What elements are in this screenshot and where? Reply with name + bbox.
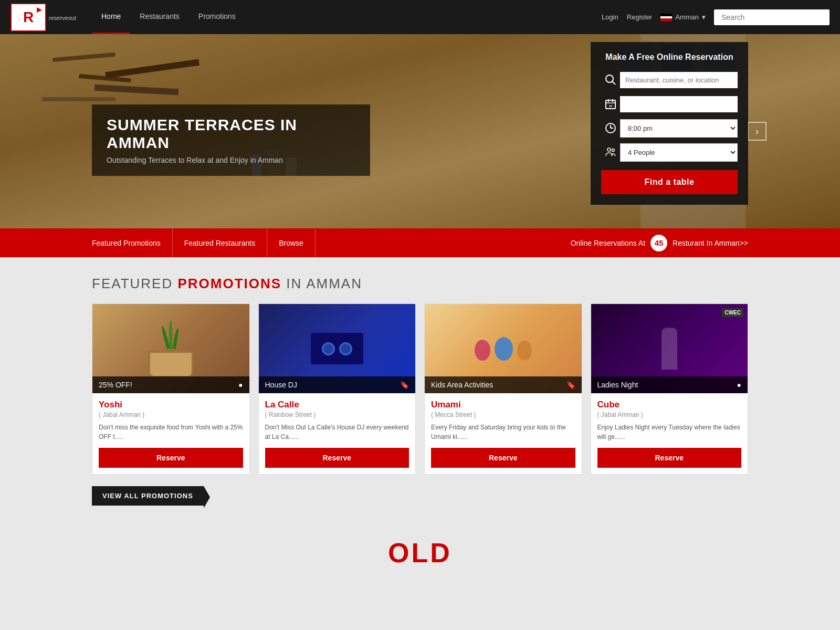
cube-location: ( Jabal Amman ) (597, 411, 742, 418)
lacalle-name: La Calle (265, 400, 410, 410)
people-icon (601, 143, 620, 162)
city-label: Amman (675, 13, 699, 21)
lacalle-bookmark-icon[interactable]: 🔖 (400, 381, 409, 389)
date-field: 23 Mon 07, 10 2013 (601, 94, 738, 113)
search-input[interactable] (714, 9, 830, 25)
login-link[interactable]: Login (602, 13, 618, 21)
heading-featured: FEATURED (92, 276, 173, 291)
old-label: OLD (0, 537, 840, 569)
view-all-label: VIEW ALL PROMOTIONS (102, 492, 193, 500)
find-table-button[interactable]: Find a table (601, 170, 738, 194)
flag-icon (660, 14, 672, 21)
promo-card-umami: Kids Area Activities 🔖 Umami ( Mecca Str… (424, 303, 582, 475)
red-bar-right: Online Reservations At 45 Resturant In A… (571, 235, 748, 251)
yoshi-badge: 25% OFF! ● (92, 376, 249, 393)
svg-point-1 (606, 75, 613, 82)
hero-text-block: SUMMER TERRACES IN AMMAN Outstanding Ter… (92, 104, 370, 176)
lacalle-badge: House DJ 🔖 (259, 376, 416, 393)
yoshi-reserve-button[interactable]: Reserve (99, 448, 243, 468)
yoshi-badge-text: 25% OFF! (99, 381, 132, 389)
umami-desc: Every Friday and Saturday bring your kid… (431, 423, 575, 442)
svg-point-11 (607, 148, 611, 151)
cube-card-image: CWEC Ladies Night ● (591, 304, 748, 393)
reservation-box: Make A Free Online Reservation 23 (591, 42, 748, 205)
umami-name: Umami (431, 400, 575, 410)
yoshi-desc: Don't miss the exquisite food from Yoshi… (99, 423, 243, 442)
heading-promotions: PROMOTIONS (177, 276, 281, 291)
umami-card-body: Umami ( Mecca Street ) Every Friday and … (425, 393, 582, 474)
restaurant-input[interactable] (620, 72, 738, 88)
hero-title: SUMMER TERRACES IN AMMAN (107, 116, 355, 152)
svg-text:23: 23 (609, 104, 613, 108)
search-res-icon (601, 70, 620, 89)
cube-reserve-button[interactable]: Reserve (597, 448, 742, 468)
view-all-promotions-button[interactable]: VIEW ALL PROMOTIONS (92, 486, 204, 506)
nav-promotions[interactable]: Promotions (189, 0, 245, 34)
lacalle-reserve-button[interactable]: Reserve (265, 448, 410, 468)
cube-badge: Ladies Night ● (591, 376, 748, 393)
calendar-icon: 23 (601, 94, 620, 113)
party-select[interactable]: 4 People 1 Person 2 People 3 People 5 Pe… (620, 143, 738, 162)
city-selector[interactable]: Amman ▾ (660, 13, 706, 21)
red-bar-links: Featured Promotions Featured Restaurants… (92, 228, 571, 257)
yoshi-bookmark-icon[interactable]: ● (238, 381, 243, 389)
lacalle-badge-text: House DJ (265, 381, 297, 389)
main-navigation: Home Restaurants Promotions (92, 0, 602, 34)
carousel-next-arrow[interactable]: › (748, 122, 766, 141)
restaurant-cta-text[interactable]: Resturant In Amman>> (673, 239, 748, 247)
cube-badge-text: Ladies Night (597, 381, 638, 389)
lacalle-desc: Don't Miss Out La Calle's House DJ every… (265, 423, 410, 442)
featured-promotions-section: FEATURED PROMOTIONS IN AMMAN (0, 257, 840, 521)
svg-point-12 (612, 149, 615, 152)
yoshi-card-image: 25% OFF! ● (92, 304, 249, 393)
cube-card-body: Cube ( Jabal Amman ) Enjoy Ladies Night … (591, 393, 748, 474)
featured-heading: FEATURED PROMOTIONS IN AMMAN (92, 276, 748, 292)
umami-location: ( Mecca Street ) (431, 411, 575, 418)
party-field: 4 People 1 Person 2 People 3 People 5 Pe… (601, 143, 738, 162)
nav-restaurants[interactable]: Restaurants (130, 0, 188, 34)
old-banner: OLD (0, 521, 840, 579)
nav-right-area: Login Register Amman ▾ (602, 9, 830, 25)
yoshi-card-body: Yoshi ( Jabal Amman ) Don't miss the exq… (92, 393, 249, 474)
logo-arrow-icon (36, 6, 43, 14)
reservation-title: Make A Free Online Reservation (601, 52, 738, 62)
hero-section: SUMMER TERRACES IN AMMAN Outstanding Ter… (0, 34, 840, 228)
umami-bookmark-icon[interactable]: 🔖 (566, 381, 575, 389)
featured-promotions-link[interactable]: Featured Promotions (92, 228, 173, 257)
umami-badge: Kids Area Activities 🔖 (425, 376, 582, 393)
online-reservations-text: Online Reservations At (571, 239, 645, 247)
lacalle-card-body: La Calle ( Rainbow Street ) Don't Miss O… (259, 393, 416, 474)
time-select[interactable]: 8:00 pm 7:00 pm 9:00 pm (620, 119, 738, 138)
heading-in-amman: IN AMMAN (286, 276, 362, 291)
top-nav: R reserveout Home Restaurants Promotions… (0, 0, 840, 34)
hero-subtitle: Outstanding Terraces to Relax at and Enj… (107, 156, 355, 164)
svg-marker-0 (37, 7, 42, 13)
svg-line-2 (612, 81, 615, 85)
promo-card-cube: CWEC Ladies Night ● Cube ( Jabal Amman )… (591, 303, 749, 475)
browse-link[interactable]: Browse (267, 228, 316, 257)
umami-reserve-button[interactable]: Reserve (431, 448, 575, 468)
lacalle-card-image: House DJ 🔖 (259, 304, 416, 393)
umami-badge-text: Kids Area Activities (431, 381, 493, 389)
time-field: 8:00 pm 7:00 pm 9:00 pm (601, 119, 738, 138)
logo-tagline: reserveout (49, 15, 76, 21)
featured-restaurants-link[interactable]: Featured Restaurants (173, 228, 267, 257)
promo-card-yoshi: 25% OFF! ● Yoshi ( Jabal Amman ) Don't m… (92, 303, 250, 475)
date-input[interactable]: Mon 07, 10 2013 (620, 96, 738, 112)
promotions-grid: 25% OFF! ● Yoshi ( Jabal Amman ) Don't m… (92, 303, 748, 475)
promo-card-lacalle: House DJ 🔖 La Calle ( Rainbow Street ) D… (258, 303, 416, 475)
logo[interactable]: R reserveout (10, 3, 76, 32)
register-link[interactable]: Register (627, 13, 652, 21)
umami-card-image: Kids Area Activities 🔖 (425, 304, 582, 393)
restaurant-count-badge: 45 (650, 235, 667, 251)
clock-icon (601, 119, 620, 138)
lacalle-location: ( Rainbow Street ) (265, 411, 410, 418)
nav-home[interactable]: Home (92, 0, 130, 34)
restaurant-field (601, 70, 738, 89)
cube-desc: Enjoy Ladies Night every Tuesday where t… (597, 423, 742, 442)
cube-name: Cube (597, 400, 742, 410)
red-bar: Featured Promotions Featured Restaurants… (0, 228, 840, 257)
yoshi-location: ( Jabal Amman ) (99, 411, 243, 418)
yoshi-name: Yoshi (99, 400, 243, 410)
cube-bookmark-icon[interactable]: ● (737, 381, 741, 389)
